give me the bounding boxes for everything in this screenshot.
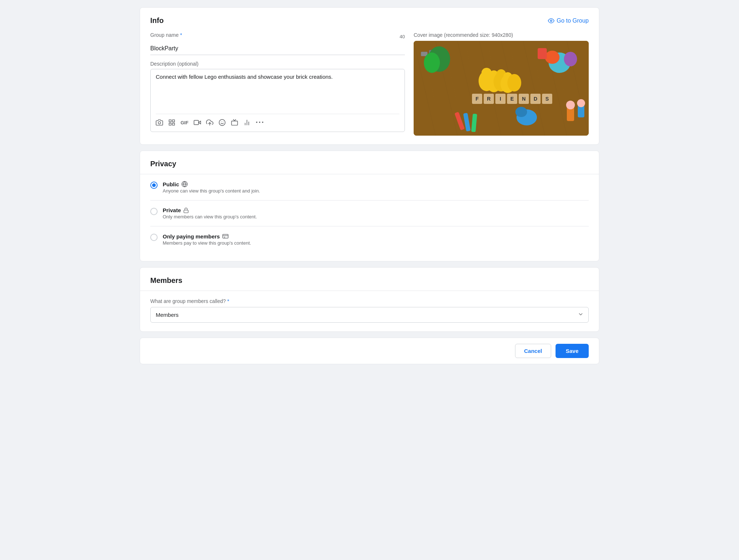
members-card: Members What are group members called? *… bbox=[140, 267, 599, 332]
svg-text:N: N bbox=[522, 96, 526, 102]
svg-rect-2 bbox=[169, 120, 171, 122]
cover-image-section: Cover image (recommended size: 940x280) bbox=[414, 32, 589, 136]
radio-public[interactable] bbox=[150, 182, 158, 189]
svg-rect-4 bbox=[169, 123, 171, 125]
svg-text:R: R bbox=[487, 96, 491, 102]
svg-point-56 bbox=[424, 52, 440, 73]
emoji-icon[interactable] bbox=[218, 119, 226, 126]
svg-point-60 bbox=[577, 99, 585, 107]
members-select-wrapper: Members Fans Followers Subscribers Frien… bbox=[150, 307, 589, 323]
svg-text:$: $ bbox=[224, 236, 225, 238]
video-icon[interactable] bbox=[194, 119, 201, 126]
svg-rect-51 bbox=[538, 48, 547, 59]
go-to-group-label: Go to Group bbox=[557, 18, 589, 24]
description-field: Description (optional) Connect with fell… bbox=[150, 61, 405, 132]
svg-point-49 bbox=[545, 51, 560, 64]
privacy-public-text: Public Anyone can view this group's cont… bbox=[163, 181, 260, 194]
privacy-public-name: Public bbox=[163, 181, 260, 187]
members-divider bbox=[140, 291, 599, 291]
group-name-row: Group name * 40 bbox=[150, 32, 405, 40]
privacy-private-name: Private bbox=[163, 207, 257, 213]
svg-rect-12 bbox=[231, 121, 237, 125]
gif-icon[interactable]: GIF bbox=[181, 120, 189, 125]
svg-point-33 bbox=[507, 74, 521, 92]
svg-text:F: F bbox=[476, 96, 479, 102]
members-header: Members bbox=[150, 276, 589, 285]
members-label: What are group members called? * bbox=[150, 298, 589, 304]
info-card: Info Go to Group Group name * bbox=[140, 7, 599, 145]
cover-image-container[interactable]: F R I E N D S bbox=[414, 41, 589, 136]
svg-text:D: D bbox=[534, 96, 537, 102]
privacy-option-paying[interactable]: Only paying members $ Members pay to vie… bbox=[150, 226, 589, 252]
privacy-card: Privacy Public Anyone can view this grou… bbox=[140, 151, 599, 261]
camera-icon[interactable] bbox=[156, 119, 163, 126]
svg-point-62 bbox=[515, 107, 527, 117]
svg-point-9 bbox=[219, 120, 225, 126]
description-label: Description (optional) bbox=[150, 61, 405, 67]
grid-icon[interactable] bbox=[168, 119, 175, 126]
privacy-option-public[interactable]: Public Anyone can view this group's cont… bbox=[150, 174, 589, 201]
group-name-input[interactable] bbox=[150, 42, 405, 55]
cancel-button[interactable]: Cancel bbox=[515, 344, 551, 358]
privacy-title: Privacy bbox=[150, 160, 176, 168]
privacy-paying-text: Only paying members $ Members pay to vie… bbox=[163, 233, 251, 246]
members-select[interactable]: Members Fans Followers Subscribers Frien… bbox=[150, 307, 589, 323]
cover-image-label: Cover image (recommended size: 940x280) bbox=[414, 32, 589, 38]
privacy-private-text: Private Only members can view this group… bbox=[163, 207, 257, 219]
more-icon[interactable]: ··· bbox=[256, 118, 264, 127]
svg-text:S: S bbox=[545, 96, 549, 102]
description-wrapper: Connect with fellow Lego enthusiasts and… bbox=[150, 69, 405, 132]
privacy-paying-name: Only paying members $ bbox=[163, 233, 251, 240]
lock-icon bbox=[183, 207, 189, 213]
info-body: Group name * 40 Description (optional) C… bbox=[150, 32, 589, 136]
footer-bar: Cancel Save bbox=[140, 338, 599, 364]
description-toolbar: GIF bbox=[156, 114, 399, 127]
cover-image-svg: F R I E N D S bbox=[414, 41, 589, 136]
required-star: * bbox=[180, 32, 182, 38]
upload-icon[interactable] bbox=[206, 119, 213, 126]
svg-point-1 bbox=[158, 122, 161, 124]
privacy-option-private[interactable]: Private Only members can view this group… bbox=[150, 201, 589, 226]
svg-rect-5 bbox=[173, 123, 175, 125]
page-title: Info bbox=[150, 16, 164, 25]
privacy-private-desc: Only members can view this group's conte… bbox=[163, 214, 257, 219]
globe-icon bbox=[181, 181, 188, 187]
svg-rect-65 bbox=[184, 210, 188, 213]
svg-text:I: I bbox=[500, 96, 501, 102]
svg-point-0 bbox=[550, 20, 552, 22]
info-card-header: Info Go to Group bbox=[150, 16, 589, 25]
description-input[interactable]: Connect with fellow Lego enthusiasts and… bbox=[156, 74, 399, 110]
privacy-paying-desc: Members pay to view this group's content… bbox=[163, 240, 251, 246]
go-to-group-link[interactable]: Go to Group bbox=[548, 18, 589, 24]
pay-icon: $ bbox=[222, 233, 229, 240]
info-left: Group name * 40 Description (optional) C… bbox=[150, 32, 405, 136]
svg-point-58 bbox=[566, 101, 575, 109]
radio-private[interactable] bbox=[150, 208, 158, 215]
privacy-header: Privacy bbox=[150, 160, 589, 168]
members-field: What are group members called? * Members… bbox=[150, 298, 589, 323]
svg-point-50 bbox=[564, 52, 577, 66]
svg-rect-3 bbox=[173, 120, 175, 122]
privacy-public-desc: Anyone can view this group's content and… bbox=[163, 188, 260, 194]
members-title: Members bbox=[150, 276, 182, 284]
svg-text:E: E bbox=[510, 96, 514, 102]
chart-icon[interactable] bbox=[243, 119, 251, 126]
save-button[interactable]: Save bbox=[556, 344, 589, 358]
eye-icon bbox=[548, 18, 554, 24]
members-required-star: * bbox=[227, 298, 229, 304]
svg-rect-7 bbox=[194, 120, 199, 125]
svg-marker-6 bbox=[198, 121, 201, 124]
char-count: 40 bbox=[400, 34, 405, 39]
radio-paying[interactable] bbox=[150, 234, 158, 241]
svg-rect-66 bbox=[223, 234, 228, 238]
group-name-field: Group name * 40 bbox=[150, 32, 405, 55]
caption-icon[interactable] bbox=[231, 119, 238, 126]
group-name-label: Group name * bbox=[150, 32, 182, 38]
